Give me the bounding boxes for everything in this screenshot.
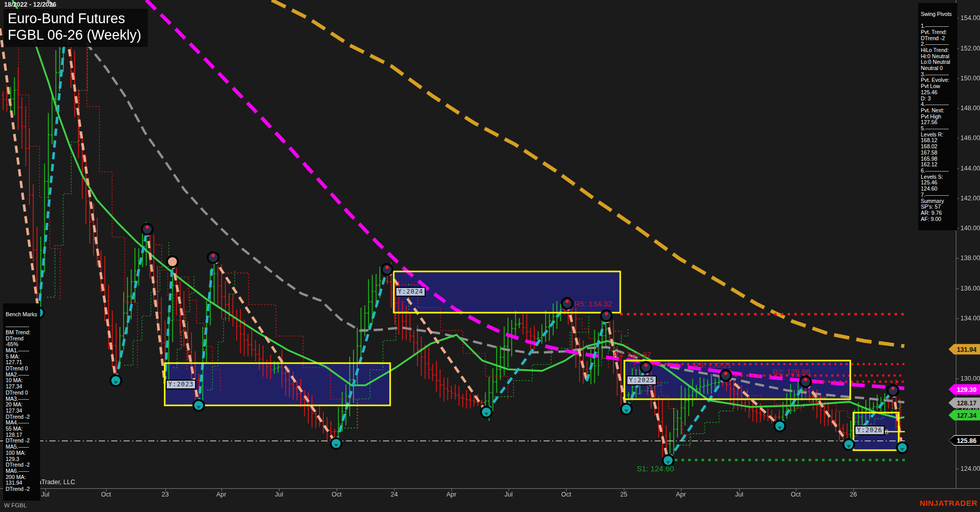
price-marker-tag: 125.86 [949,435,980,446]
time-tick-label: 25 [620,491,627,498]
time-tick-label: Jul [41,491,49,498]
time-tick-label: 24 [391,491,398,498]
chart-title-line2: FGBL 06-26 (Weekly) [8,27,142,43]
price-tick-label: 154.00 [960,14,980,22]
price-tick-label: 142.00 [960,195,980,202]
chart-canvas[interactable] [0,0,980,512]
time-tick-label: Oct [101,491,111,498]
price-marker-value: 125.86 [949,435,980,446]
level-annotation: R3: 130.21 [694,361,731,369]
price-tick-label: 140.00 [960,225,980,232]
price-marker-tag: 128.17 [949,398,980,408]
swing-pivots-title: Swing Pivots [921,11,955,18]
price-marker-value: 131.94 [949,344,980,355]
price-tick-label: 144.00 [960,165,980,172]
price-tick-label: 146.00 [960,134,980,142]
date-range-label: 18/2022 - 12/2026 [4,1,56,8]
year-box-label[interactable]: Y:2025 [626,376,657,385]
year-box-label[interactable]: Y:2026 [854,425,885,435]
price-marker-value: 129.30 [949,384,980,395]
level-annotation: S1: 124.60 [637,464,674,473]
price-tick-label: 138.00 [960,254,980,262]
time-tick-label: Apr [676,491,686,498]
time-tick-label: Oct [331,491,341,498]
price-marker-value: 128.17 [949,398,980,408]
time-tick-label: Jul [504,491,513,498]
time-tick-label: Jul [735,491,743,498]
price-tick-label: 134.00 [960,315,980,322]
time-tick-label: Oct [561,491,571,498]
chart-title: Euro-Bund Futures FGBL 06-26 (Weekly) [4,9,148,47]
ninjatrader-chart-window: 18/2022 - 12/2026 Euro-Bund Futures FGBL… [0,0,980,512]
time-tick-label: Apr [216,491,226,498]
bench-marks-lines: ------------- BM Trend: DTrend -65% MA1.… [6,323,38,492]
bench-marks-panel: Bench Marks ------------- BM Trend: DTre… [3,303,40,501]
price-tick-label: 130.00 [960,375,980,382]
level-annotation: R2: 129.86 [773,367,810,376]
level-annotation: R4: 130.97 [614,350,651,359]
year-box-label[interactable]: Y:2024 [395,287,426,297]
price-marker-tag: 129.30 [949,384,980,395]
price-tick-label: 152.00 [960,45,980,52]
price-tick-label: 148.00 [960,105,980,112]
time-tick-label: Jul [275,491,283,498]
instrument-label: W FGBL [4,502,27,508]
time-tick-label: Apr [446,491,456,498]
chart-title-line1: Euro-Bund Futures [8,10,142,27]
bench-marks-title: Bench Marks [6,312,38,318]
time-tick-label: Oct [791,491,800,498]
price-marker-tag: 127.34 [949,410,980,421]
time-tick-label: 23 [162,491,169,498]
swing-pivots-panel: Swing Pivots 1.------------- Pvt. Trend:… [918,3,957,230]
price-tick-label: 124.00 [960,465,980,472]
time-tick-label: 26 [850,491,857,498]
price-marker-tag: 131.94 [949,344,980,355]
price-tick-label: 150.00 [960,75,980,82]
price-marker-value: 127.34 [949,410,980,421]
level-annotation: R5: 134.32 [574,299,612,308]
year-box-label[interactable]: Y:2023 [166,380,196,389]
price-tick-label: 136.00 [960,285,980,292]
ninjatrader-logo: NINJATRADER [920,499,977,507]
swing-pivots-lines: 1.------------- Pvt. Trend: DTrend -2 2.… [921,23,955,222]
